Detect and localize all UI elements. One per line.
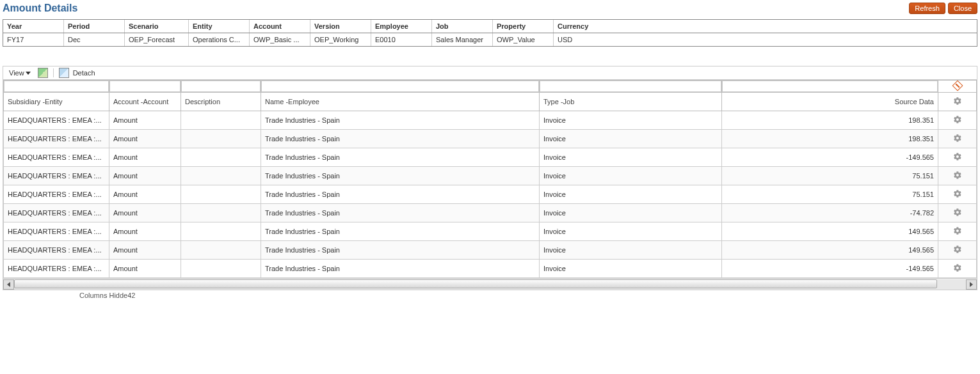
table-row[interactable]: HEADQUARTERS : EMEA :...AmountTrade Indu… [4,148,977,167]
details-header-entity: Entity [189,20,250,33]
cell-type: Invoice [540,167,722,185]
gear-icon[interactable] [953,171,962,180]
filter-source[interactable] [722,81,938,92]
gear-icon[interactable] [953,245,962,254]
details-value-year: FY17 [3,33,64,46]
cell-source: 149.565 [722,222,938,241]
cell-name: Trade Industries - Spain [261,185,540,204]
details-header-job: Job [432,20,493,33]
cell-source: -74.782 [722,204,938,222]
details-header-version: Version [310,20,371,33]
cell-source: 198.351 [722,130,938,148]
details-value-version: OEP_Working [310,33,371,46]
filter-type[interactable] [540,81,721,92]
header-row: Subsidiary -Entity Account -Account Desc… [4,93,977,111]
scroll-track[interactable] [14,279,966,290]
cell-name: Trade Industries - Spain [261,260,540,278]
cell-name: Trade Industries - Spain [261,167,540,185]
filter-description[interactable] [181,81,261,92]
col-description[interactable]: Description [181,93,261,111]
col-actions[interactable] [938,93,977,111]
view-menu[interactable]: View [6,68,34,78]
scroll-left-button[interactable] [3,279,14,290]
cell-name: Trade Industries - Spain [261,148,540,167]
gear-icon[interactable] [953,226,962,235]
gear-icon[interactable] [953,263,962,272]
gear-icon[interactable] [953,115,962,124]
details-value-currency: USD [554,33,977,46]
table-row[interactable]: HEADQUARTERS : EMEA :...AmountTrade Indu… [4,222,977,241]
details-value-scenario: OEP_Forecast [125,33,189,46]
table-row[interactable]: HEADQUARTERS : EMEA :...AmountTrade Indu… [4,260,977,278]
col-name[interactable]: Name -Employee [261,93,540,111]
filter-account[interactable] [109,81,181,92]
export-icon[interactable] [38,68,48,78]
detach-label[interactable]: Detach [73,69,95,77]
cell-description [181,260,261,278]
close-button[interactable]: Close [948,3,977,14]
scroll-right-button[interactable] [966,279,977,290]
cell-description [181,185,261,204]
arrow-left-icon [7,282,10,287]
table-row[interactable]: HEADQUARTERS : EMEA :...AmountTrade Indu… [4,204,977,222]
cell-type: Invoice [540,204,722,222]
columns-hidden-count: 42 [127,292,135,299]
cell-description [181,111,261,130]
separator [53,68,54,77]
gear-icon[interactable] [953,208,962,217]
cell-account: Amount [109,130,181,148]
details-header-currency: Currency [554,20,977,33]
details-header-year: Year [3,20,64,33]
data-grid: Subsidiary -Entity Account -Account Desc… [3,79,977,279]
horizontal-scrollbar[interactable] [3,279,977,290]
columns-hidden-label: Columns Hidde [79,292,127,299]
refresh-button[interactable]: Refresh [909,3,945,14]
col-account[interactable]: Account -Account [109,93,181,111]
footer-status: Columns Hidde42 [3,290,977,300]
details-header-employee: Employee [371,20,432,33]
cell-account: Amount [109,111,181,130]
gear-icon[interactable] [953,134,962,143]
col-source[interactable]: Source Data [722,93,938,111]
detach-icon[interactable] [59,68,69,78]
details-header-scenario: Scenario [125,20,189,33]
cell-description [181,241,261,260]
gear-icon[interactable] [953,152,962,161]
cell-entity: HEADQUARTERS : EMEA :... [4,148,109,167]
details-header-account: Account [250,20,310,33]
cell-actions [938,111,977,130]
table-row[interactable]: HEADQUARTERS : EMEA :...AmountTrade Indu… [4,185,977,204]
cell-source: 198.351 [722,111,938,130]
filter-name[interactable] [261,81,539,92]
cell-description [181,167,261,185]
cell-entity: HEADQUARTERS : EMEA :... [4,167,109,185]
scroll-thumb[interactable] [14,279,937,288]
details-table: Year Period Scenario Entity Account Vers… [3,19,977,47]
table-row[interactable]: HEADQUARTERS : EMEA :...AmountTrade Indu… [4,130,977,148]
cell-source: 149.565 [722,241,938,260]
gear-icon[interactable] [953,189,962,198]
details-value-account: OWP_Basic ... [250,33,310,46]
cell-actions [938,185,977,204]
cell-description [181,130,261,148]
cell-type: Invoice [540,111,722,130]
col-entity[interactable]: Subsidiary -Entity [4,93,109,111]
cell-entity: HEADQUARTERS : EMEA :... [4,222,109,241]
col-type[interactable]: Type -Job [540,93,722,111]
cell-name: Trade Industries - Spain [261,204,540,222]
cell-type: Invoice [540,241,722,260]
table-row[interactable]: HEADQUARTERS : EMEA :...AmountTrade Indu… [4,111,977,130]
cell-type: Invoice [540,260,722,278]
cell-name: Trade Industries - Spain [261,241,540,260]
details-value-property: OWP_Value [493,33,554,46]
details-value-job: Sales Manager [432,33,493,46]
cell-entity: HEADQUARTERS : EMEA :... [4,130,109,148]
cell-actions [938,148,977,167]
chevron-down-icon [26,72,31,75]
table-row[interactable]: HEADQUARTERS : EMEA :...AmountTrade Indu… [4,241,977,260]
clear-filter-icon[interactable] [952,81,963,91]
cell-entity: HEADQUARTERS : EMEA :... [4,185,109,204]
cell-actions [938,260,977,278]
table-row[interactable]: HEADQUARTERS : EMEA :...AmountTrade Indu… [4,167,977,185]
filter-entity[interactable] [4,81,109,92]
